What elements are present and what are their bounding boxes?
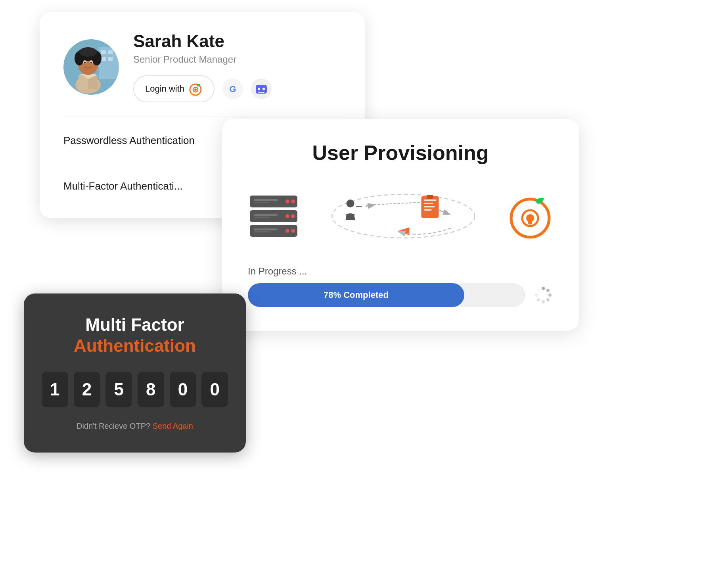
svg-point-30 (285, 199, 289, 203)
svg-rect-2 (101, 50, 106, 54)
brand-large-icon (508, 194, 553, 239)
provisioning-card: User Provisioning (222, 119, 579, 331)
svg-rect-3 (108, 50, 113, 54)
progress-bar-fill: 78% Completed (248, 283, 464, 307)
login-row: Login with G (133, 75, 272, 102)
svg-rect-56 (528, 218, 532, 224)
google-icon[interactable]: G (222, 79, 243, 99)
mfa-card: Multi Factor Authentication 125800 Didn'… (24, 293, 246, 453)
progress-bar-container: 78% Completed (248, 283, 525, 307)
profile-header: Sarah Kate Senior Product Manager Login … (63, 32, 341, 102)
otp-digit: 0 (170, 372, 196, 407)
svg-rect-34 (250, 210, 297, 222)
progress-row: 78% Completed (248, 283, 553, 307)
svg-point-28 (262, 88, 265, 90)
svg-text:G: G (230, 84, 236, 94)
divider-1 (63, 117, 341, 117)
svg-rect-51 (427, 195, 433, 199)
otp-digit: 0 (201, 372, 228, 407)
svg-point-35 (285, 214, 289, 218)
svg-point-27 (258, 88, 260, 90)
svg-rect-47 (424, 199, 437, 201)
server-stack-icon (248, 194, 299, 239)
svg-rect-4 (101, 57, 106, 61)
svg-point-31 (291, 199, 295, 203)
mfa-title-main: Multi Factor (42, 315, 228, 334)
resend-text: Didn't Recieve OTP? (77, 422, 150, 430)
resend-link[interactable]: Send Again (153, 422, 193, 430)
passwordless-label: Passwordless Authentication (63, 134, 195, 147)
mfa-label: Multi-Factor Authenticati... (63, 180, 183, 192)
svg-point-62 (537, 298, 540, 301)
svg-point-59 (548, 293, 552, 297)
svg-point-45 (347, 199, 354, 207)
svg-rect-42 (254, 228, 278, 230)
svg-point-57 (542, 287, 545, 290)
otp-row: 125800 (42, 372, 228, 407)
svg-rect-39 (250, 225, 297, 237)
svg-rect-50 (424, 209, 432, 211)
progress-section: In Progress ... 78% Completed (248, 266, 553, 307)
profile-name: Sarah Kate (133, 32, 272, 51)
login-with-button[interactable]: Login with (133, 75, 215, 102)
svg-point-60 (546, 298, 550, 301)
svg-rect-32 (254, 199, 278, 201)
svg-point-36 (291, 214, 295, 218)
otp-digit: 8 (138, 372, 164, 407)
loading-spinner-icon (533, 285, 553, 305)
provisioning-title: User Provisioning (248, 141, 553, 165)
avatar (63, 39, 119, 95)
svg-point-19 (90, 62, 92, 64)
progress-label: In Progress ... (248, 266, 553, 277)
profile-info: Sarah Kate Senior Product Manager Login … (133, 32, 272, 102)
provisioning-diagram (248, 184, 553, 248)
svg-point-61 (542, 300, 545, 303)
discord-icon[interactable] (251, 79, 272, 99)
svg-rect-29 (250, 196, 297, 207)
profile-title: Senior Product Manager (133, 54, 272, 65)
svg-point-63 (535, 293, 538, 297)
svg-point-58 (546, 289, 550, 292)
svg-point-40 (285, 229, 289, 233)
flow-diagram-icon (299, 184, 508, 248)
svg-rect-49 (424, 206, 435, 207)
svg-rect-33 (254, 202, 270, 203)
svg-point-15 (79, 47, 97, 57)
resend-row: Didn't Recieve OTP? Send Again (42, 422, 228, 431)
svg-rect-48 (424, 203, 433, 204)
progress-text: 78% Completed (324, 290, 389, 300)
svg-point-22 (194, 88, 197, 91)
svg-point-64 (537, 289, 540, 292)
svg-rect-37 (254, 214, 278, 216)
otp-digit: 1 (42, 372, 68, 407)
svg-rect-26 (256, 85, 267, 94)
svg-rect-43 (254, 231, 270, 232)
login-with-label: Login with (145, 84, 184, 94)
svg-rect-38 (254, 217, 270, 218)
otp-digit: 5 (105, 372, 132, 407)
svg-point-41 (291, 229, 295, 233)
mfa-title-highlight: Authentication (42, 336, 228, 356)
svg-rect-5 (108, 57, 113, 61)
brand-logo-icon (188, 82, 203, 96)
svg-point-18 (84, 62, 86, 64)
otp-digit: 2 (74, 372, 100, 407)
